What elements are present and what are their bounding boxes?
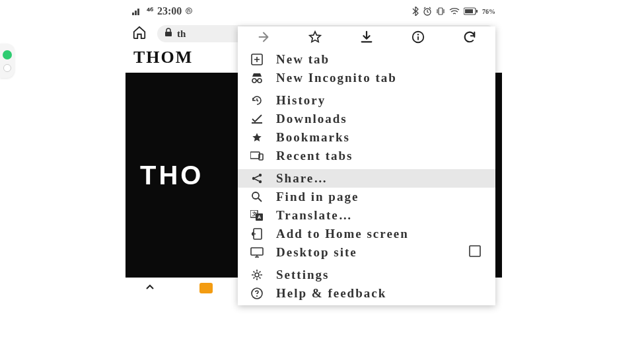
translate-icon: 文A bbox=[250, 210, 264, 221]
reload-icon[interactable] bbox=[462, 30, 477, 48]
svg-rect-4 bbox=[439, 8, 443, 15]
menu-top-actions bbox=[238, 26, 495, 50]
browser-overflow-menu: New tab New Incognito tab History Downlo… bbox=[238, 26, 495, 305]
menu-label: Recent tabs bbox=[276, 149, 483, 163]
star-filled-icon bbox=[250, 132, 264, 143]
menu-label: New tab bbox=[276, 52, 483, 67]
vibrate-icon bbox=[436, 7, 445, 16]
address-text: th bbox=[177, 28, 186, 40]
menu-item-add-to-home[interactable]: Add to Home screen bbox=[238, 225, 495, 243]
side-widget-dot-outline bbox=[3, 64, 11, 72]
svg-rect-6 bbox=[476, 10, 478, 13]
menu-item-help-feedback[interactable]: Help & feedback bbox=[238, 284, 495, 303]
menu-item-new-incognito[interactable]: New Incognito tab bbox=[238, 69, 495, 87]
svg-point-19 bbox=[259, 174, 262, 176]
svg-rect-29 bbox=[470, 246, 480, 256]
menu-label: Desktop site bbox=[276, 245, 457, 260]
downloads-check-icon bbox=[250, 114, 264, 124]
side-edge-widget[interactable] bbox=[0, 44, 15, 78]
side-widget-dot-green bbox=[3, 50, 12, 59]
menu-item-desktop-site[interactable]: Desktop site bbox=[238, 243, 495, 262]
alarm-icon bbox=[423, 7, 432, 16]
menu-item-recent-tabs[interactable]: Recent tabs bbox=[238, 147, 495, 165]
svg-rect-28 bbox=[251, 248, 263, 255]
menu-label: Bookmarks bbox=[276, 130, 483, 145]
svg-text:文: 文 bbox=[252, 211, 257, 217]
menu-label: New Incognito tab bbox=[276, 71, 483, 85]
menu-label: Downloads bbox=[276, 112, 483, 126]
add-to-home-icon bbox=[250, 228, 264, 240]
menu-label: Translate… bbox=[276, 208, 483, 223]
svg-text:A: A bbox=[258, 215, 261, 219]
menu-item-downloads[interactable]: Downloads bbox=[238, 110, 495, 128]
devices-icon bbox=[250, 151, 264, 161]
svg-rect-0 bbox=[132, 13, 134, 15]
menu-item-new-tab[interactable]: New tab bbox=[238, 50, 495, 69]
svg-point-16 bbox=[258, 79, 262, 83]
search-icon bbox=[250, 191, 264, 203]
menu-item-translate[interactable]: 文A Translate… bbox=[238, 206, 495, 225]
clock: 23:00 bbox=[157, 5, 182, 17]
svg-point-32 bbox=[256, 295, 258, 297]
status-bar: ⁴⁶ 23:00 ⓝ 76% bbox=[125, 0, 502, 22]
star-icon[interactable] bbox=[308, 30, 322, 48]
network-label: ⁴⁶ bbox=[147, 6, 153, 17]
svg-point-20 bbox=[252, 177, 255, 180]
menu-label: Find in page bbox=[276, 190, 483, 204]
svg-rect-9 bbox=[199, 283, 213, 293]
home-icon[interactable] bbox=[132, 25, 147, 42]
history-icon bbox=[250, 94, 264, 106]
download-icon[interactable] bbox=[359, 30, 374, 48]
desktop-icon bbox=[250, 247, 264, 258]
forward-icon[interactable] bbox=[256, 30, 271, 48]
svg-rect-7 bbox=[465, 9, 473, 13]
svg-point-21 bbox=[259, 180, 262, 183]
menu-label: Help & feedback bbox=[276, 286, 483, 301]
menu-label: History bbox=[276, 93, 483, 108]
svg-rect-8 bbox=[165, 32, 172, 36]
battery-pct: 76% bbox=[482, 8, 495, 15]
checkbox-empty-icon[interactable] bbox=[469, 245, 483, 260]
nfc-icon: ⓝ bbox=[186, 7, 192, 16]
menu-item-bookmarks[interactable]: Bookmarks bbox=[238, 128, 495, 147]
signal-indicator-icon bbox=[132, 7, 143, 15]
menu-label: Share… bbox=[276, 171, 483, 186]
menu-item-share[interactable]: Share… bbox=[238, 169, 495, 188]
battery-icon bbox=[464, 7, 478, 15]
bluetooth-icon bbox=[412, 7, 419, 16]
menu-label: Add to Home screen bbox=[276, 227, 483, 241]
svg-point-15 bbox=[252, 79, 256, 83]
menu-item-history[interactable]: History bbox=[238, 91, 495, 110]
hero-text: THO bbox=[125, 161, 203, 190]
svg-point-22 bbox=[252, 192, 259, 199]
plus-box-icon bbox=[250, 54, 264, 65]
share-icon bbox=[250, 172, 264, 184]
svg-rect-1 bbox=[135, 11, 137, 15]
help-icon bbox=[250, 287, 264, 299]
chevron-up-icon[interactable] bbox=[144, 281, 156, 295]
wifi-icon bbox=[449, 7, 460, 15]
menu-item-find-in-page[interactable]: Find in page bbox=[238, 188, 495, 206]
incognito-icon bbox=[250, 73, 264, 83]
svg-rect-2 bbox=[137, 9, 139, 15]
menu-item-settings[interactable]: Settings bbox=[238, 266, 495, 284]
svg-rect-13 bbox=[417, 36, 419, 40]
svg-point-12 bbox=[417, 34, 419, 35]
tab-thumbnail-inactive[interactable] bbox=[196, 281, 216, 295]
menu-label: Settings bbox=[276, 268, 483, 282]
svg-point-30 bbox=[255, 273, 259, 277]
svg-rect-17 bbox=[250, 152, 260, 159]
lock-icon bbox=[164, 28, 173, 40]
info-icon[interactable] bbox=[411, 30, 425, 48]
gear-icon bbox=[250, 269, 264, 281]
